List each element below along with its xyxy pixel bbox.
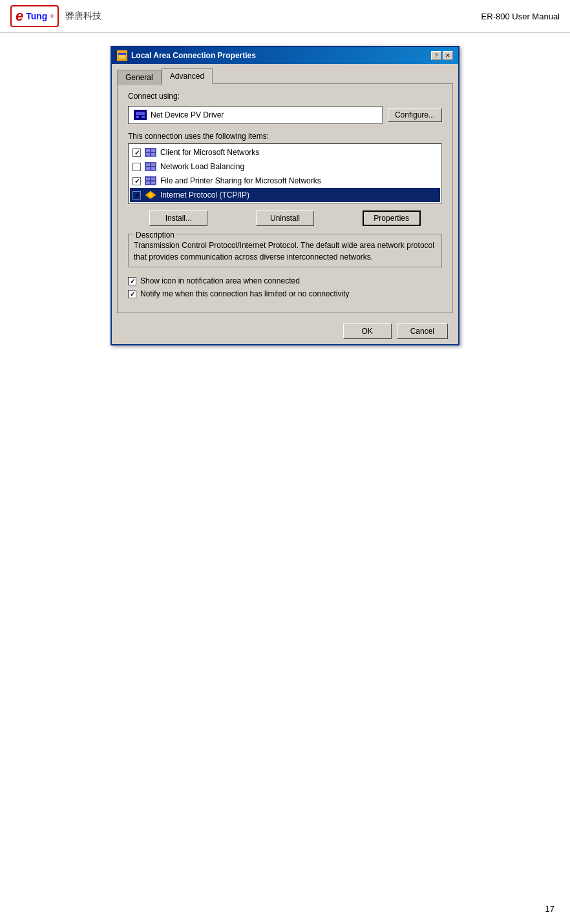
configure-button[interactable]: Configure... [388, 108, 442, 122]
properties-button[interactable]: Properties [363, 210, 421, 226]
svg-rect-4 [136, 116, 139, 118]
list-item[interactable]: File and Printer Sharing for Microsoft N… [130, 174, 440, 188]
item-2-icon [145, 162, 156, 171]
device-name-text: Net Device PV Driver [151, 110, 224, 119]
dialog-tabs: General Advanced [112, 64, 458, 83]
page-header: e Tung ® 骅唐科技 ER-800 User Manual [0, 0, 570, 33]
device-icon [134, 110, 147, 120]
show-icon-row: Show icon in notification area when conn… [128, 276, 442, 285]
page-number: 17 [545, 904, 554, 914]
svg-point-21 [149, 193, 153, 197]
dialog-titlebar: Local Area Connection Properties ? ✕ [112, 47, 458, 64]
uninstall-button[interactable]: Uninstall [256, 210, 314, 226]
titlebar-buttons: ? ✕ [431, 51, 453, 60]
description-label: Description [134, 229, 176, 241]
item-3-checkbox[interactable] [132, 177, 141, 185]
item-1-checkbox[interactable] [132, 149, 141, 157]
close-button[interactable]: ✕ [443, 51, 453, 60]
logo-registered: ® [50, 14, 54, 19]
svg-rect-10 [151, 153, 155, 156]
items-label: This connection uses the following items… [128, 132, 442, 141]
connect-using-label: Connect using: [128, 92, 442, 101]
item-2-checkbox[interactable] [132, 163, 141, 171]
item-3-icon [145, 176, 156, 185]
list-item[interactable]: Internet Protocol (TCP/IP) [130, 188, 440, 202]
bottom-checkboxes: Show icon in notification area when conn… [128, 276, 442, 298]
item-3-label: File and Printer Sharing for Microsoft N… [160, 175, 321, 187]
dialog-footer: OK Cancel [112, 318, 458, 344]
item-4-checkbox[interactable] [132, 191, 141, 200]
svg-rect-5 [142, 116, 145, 118]
page-content: Local Area Connection Properties ? ✕ Gen… [0, 33, 570, 358]
svg-rect-19 [146, 181, 150, 184]
show-icon-checkbox[interactable] [128, 277, 136, 285]
help-button[interactable]: ? [431, 51, 441, 60]
svg-rect-15 [151, 167, 155, 170]
notify-label: Notify me when this connection has limit… [140, 289, 350, 298]
list-item[interactable]: Network Load Balancing [130, 159, 440, 174]
svg-rect-9 [146, 153, 150, 156]
item-2-label: Network Load Balancing [160, 161, 244, 172]
svg-rect-18 [151, 178, 155, 180]
notify-checkbox[interactable] [128, 290, 136, 298]
svg-rect-20 [151, 181, 155, 184]
action-buttons-row: Install... Uninstall Properties [128, 210, 442, 226]
show-icon-label: Show icon in notification area when conn… [140, 276, 300, 285]
install-button[interactable]: Install... [149, 210, 207, 226]
item-1-icon [145, 148, 156, 157]
items-listbox[interactable]: Client for Microsoft Networks Network [128, 143, 442, 204]
tab-advanced[interactable]: Advanced [162, 68, 213, 84]
notify-row: Notify me when this connection has limit… [128, 289, 442, 298]
list-item[interactable]: Client for Microsoft Networks [130, 145, 440, 159]
logo-tung-text: Tung [26, 11, 47, 21]
ok-button[interactable]: OK [343, 323, 392, 339]
svg-rect-14 [146, 167, 150, 170]
logo-chinese: 骅唐科技 [65, 10, 101, 22]
dialog-window: Local Area Connection Properties ? ✕ Gen… [111, 46, 459, 345]
cancel-button[interactable]: Cancel [397, 323, 448, 339]
item-1-label: Client for Microsoft Networks [160, 147, 259, 158]
logo-box: e Tung ® [10, 5, 59, 27]
tab-general[interactable]: General [117, 70, 162, 85]
dialog-body: Connect using: Net Device PV Driver Conf… [117, 83, 453, 313]
dialog-title-text: Local Area Connection Properties [131, 51, 256, 60]
svg-rect-8 [151, 149, 155, 152]
svg-rect-17 [146, 178, 150, 180]
svg-rect-12 [146, 163, 150, 166]
item-4-label: Internet Protocol (TCP/IP) [160, 189, 249, 201]
svg-rect-7 [146, 149, 150, 152]
svg-rect-1 [118, 53, 126, 55]
logo-area: e Tung ® 骅唐科技 [10, 5, 101, 27]
svg-rect-3 [136, 112, 145, 115]
description-group: Description Transmission Control Protoco… [128, 234, 442, 267]
device-box: Net Device PV Driver [128, 106, 383, 124]
connect-using-row: Net Device PV Driver Configure... [128, 106, 442, 124]
page-title: ER-800 User Manual [481, 12, 560, 21]
dialog-titlebar-left: Local Area Connection Properties [117, 50, 256, 61]
svg-rect-13 [151, 163, 155, 166]
item-4-icon [145, 190, 156, 200]
dialog-title-icon [117, 50, 127, 61]
logo-e-letter: e [16, 8, 23, 25]
description-text: Transmission Control Protocol/Internet P… [134, 240, 436, 263]
